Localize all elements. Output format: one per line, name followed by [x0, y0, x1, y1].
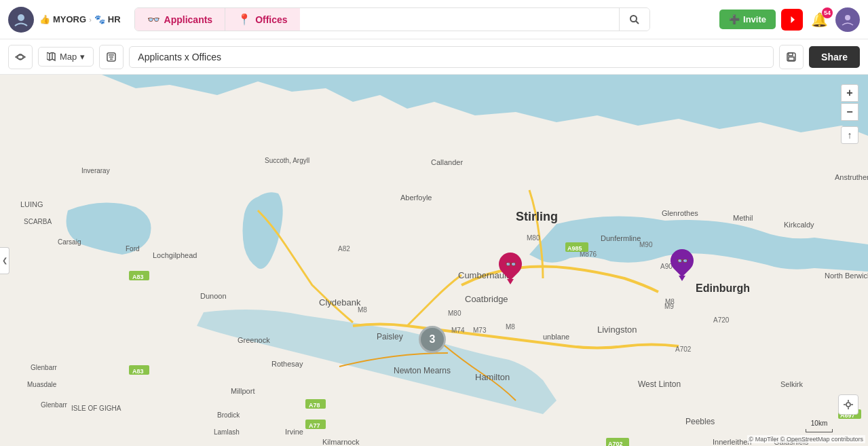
svg-text:M80: M80: [527, 234, 540, 242]
youtube-icon[interactable]: [781, 9, 803, 31]
map-zoom-controls: + − ↑: [841, 84, 858, 144]
cluster-marker[interactable]: 3: [419, 326, 446, 353]
svg-text:Paisley: Paisley: [377, 332, 403, 341]
svg-text:Irvine: Irvine: [285, 428, 303, 436]
svg-text:Carsaig: Carsaig: [58, 238, 81, 246]
svg-text:Selkirk: Selkirk: [780, 380, 804, 388]
svg-text:A702: A702: [675, 346, 692, 353]
svg-text:Lochgilphead: Lochgilphead: [153, 251, 197, 259]
chevron-icon: ›: [89, 16, 92, 24]
svg-point-1: [630, 16, 637, 22]
hr-icon: 🐾: [94, 14, 105, 24]
compass-button[interactable]: ↑: [841, 126, 858, 144]
svg-text:M8: M8: [665, 298, 675, 305]
svg-text:Lamlash: Lamlash: [214, 428, 240, 436]
search-button[interactable]: [619, 8, 649, 31]
svg-text:Stirling: Stirling: [516, 210, 558, 223]
svg-text:A720: A720: [713, 316, 730, 324]
map-view-button[interactable]: Map ▾: [38, 47, 94, 67]
svg-rect-14: [789, 57, 794, 60]
invite-icon: ➕: [729, 14, 740, 24]
user-avatar[interactable]: [835, 7, 860, 32]
map-dropdown-icon: ▾: [80, 52, 85, 62]
tab-applicants[interactable]: 👓 Applicants: [135, 8, 226, 31]
view-toggle-button[interactable]: [8, 45, 33, 69]
zoom-in-button[interactable]: +: [841, 84, 858, 102]
svg-text:Ford: Ford: [126, 245, 140, 253]
svg-text:Glenbarr: Glenbarr: [41, 401, 68, 409]
svg-text:LUING: LUING: [20, 200, 43, 208]
invite-button[interactable]: ➕ Invite: [719, 10, 776, 29]
svg-marker-5: [47, 52, 55, 60]
sidebar-toggle[interactable]: ❮: [0, 247, 10, 274]
svg-text:Succoth, Argyll: Succoth, Argyll: [265, 157, 309, 164]
svg-text:Callander: Callander: [431, 158, 463, 166]
org-name[interactable]: MYORG: [53, 14, 86, 24]
svg-text:Edinburgh: Edinburgh: [696, 282, 750, 294]
office-marker-1[interactable]: 👓: [671, 249, 694, 281]
invite-label: Invite: [743, 14, 766, 24]
org-breadcrumb: 👍 MYORG › 🐾 HR: [39, 14, 121, 24]
svg-text:Millport: Millport: [231, 387, 254, 395]
offices-icon: 📍: [238, 13, 251, 26]
applicant-marker-1[interactable]: 👓: [499, 253, 522, 284]
map-background: A82 M80 M876 M90 A90 M8 M80 M74 M73 M8 M…: [0, 75, 868, 446]
svg-text:Dunfermline: Dunfermline: [601, 234, 641, 242]
map-container[interactable]: A82 M80 M876 M90 A90 M8 M80 M74 M73 M8 M…: [0, 75, 868, 446]
thumb-icon: 👍: [39, 14, 50, 24]
svg-text:M74: M74: [451, 327, 465, 334]
svg-text:SCARBA: SCARBA: [24, 218, 52, 225]
svg-text:Hamilton: Hamilton: [475, 372, 510, 382]
svg-text:Muasdale: Muasdale: [27, 381, 57, 388]
svg-text:Glenrothes: Glenrothes: [662, 209, 698, 217]
view-title-input[interactable]: [129, 46, 774, 68]
search-tabs-container: 👓 Applicants 📍 Offices: [134, 7, 650, 31]
svg-text:Kirkcaldy: Kirkcaldy: [784, 221, 814, 229]
sidebar-toggle-icon: ❮: [2, 257, 7, 264]
svg-text:Anstruther: Anstruther: [835, 173, 868, 181]
tab-applicants-label: Applicants: [164, 14, 213, 25]
svg-text:Glenbarr: Glenbarr: [31, 364, 58, 371]
svg-point-3: [845, 15, 850, 20]
notification-badge: 54: [822, 7, 833, 18]
svg-text:West Linton: West Linton: [638, 379, 681, 389]
search-spacer: [300, 8, 619, 31]
section-name[interactable]: HR: [108, 14, 121, 24]
app-header: 👍 MYORG › 🐾 HR 👓 Applicants 📍 Offices ➕ …: [0, 0, 868, 39]
svg-rect-13: [789, 53, 793, 56]
my-location-button[interactable]: [838, 394, 858, 415]
svg-text:A78: A78: [309, 402, 320, 409]
svg-text:Clydebank: Clydebank: [319, 297, 361, 308]
cluster-count: 3: [430, 333, 436, 346]
svg-text:Aberfoyle: Aberfoyle: [400, 193, 432, 202]
app-logo: [8, 7, 34, 33]
svg-text:M90: M90: [639, 241, 653, 248]
map-attribution: © MapTiler © OpenStreetMap contributors: [747, 435, 866, 443]
svg-text:Rothesay: Rothesay: [271, 360, 303, 368]
tab-offices[interactable]: 📍 Offices: [225, 8, 299, 31]
zoom-out-button[interactable]: −: [841, 103, 858, 121]
svg-text:A702: A702: [608, 441, 623, 446]
svg-text:Dunoon: Dunoon: [200, 292, 227, 300]
svg-text:A77: A77: [309, 422, 320, 429]
svg-text:North Berwick: North Berwick: [825, 272, 868, 280]
notifications-button[interactable]: 🔔 54: [808, 9, 830, 31]
svg-text:Methil: Methil: [733, 214, 753, 222]
share-button[interactable]: Share: [809, 46, 860, 68]
svg-text:M8: M8: [506, 323, 515, 331]
svg-point-0: [18, 14, 24, 21]
svg-line-2: [636, 21, 639, 24]
svg-text:ISLE OF GIGHA: ISLE OF GIGHA: [71, 405, 121, 412]
svg-text:Inveraray: Inveraray: [81, 167, 110, 174]
svg-text:A83: A83: [132, 274, 144, 280]
svg-text:Coatbridge: Coatbridge: [465, 294, 508, 304]
map-scale: 10km: [806, 429, 833, 432]
svg-text:M73: M73: [473, 327, 487, 334]
svg-text:Peebles: Peebles: [685, 417, 715, 426]
map-label: Map: [60, 52, 77, 62]
svg-text:A83: A83: [132, 368, 144, 375]
save-button[interactable]: [779, 45, 804, 69]
scale-label: 10km: [811, 420, 827, 427]
filter-button[interactable]: [99, 45, 124, 69]
header-actions: ➕ Invite 🔔 54: [719, 7, 860, 32]
